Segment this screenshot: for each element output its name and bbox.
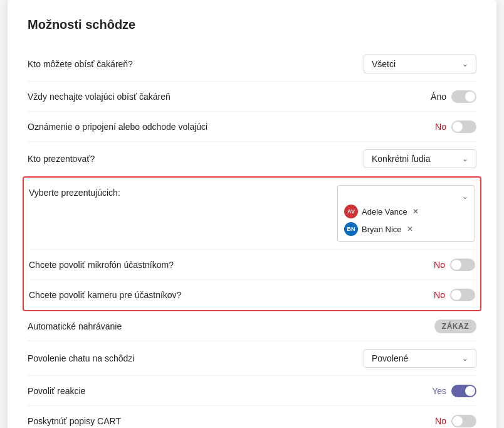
reactions-toggle-knob xyxy=(465,386,475,396)
announcement-control: No xyxy=(351,120,476,133)
chat-dropdown[interactable]: Povolené ⌄ xyxy=(364,349,476,368)
bypass-lobby-label: Kto môžete obísť čakáreň? xyxy=(28,59,351,69)
cart-label: Poskytnúť popisy CART xyxy=(28,416,351,426)
bypass-lobby-chevron-icon: ⌄ xyxy=(462,60,468,68)
auto-record-label: Automatické nahrávanie xyxy=(28,321,351,331)
chat-row: Povolenie chatu na schôdzi Povolené ⌄ xyxy=(28,341,476,376)
always-bypass-value: Áno xyxy=(431,92,446,102)
announcement-value: No xyxy=(435,122,446,132)
presenters-header: ⌄ xyxy=(344,191,468,201)
chat-value: Povolené xyxy=(372,353,408,363)
announcement-toggle-container: No xyxy=(435,120,476,133)
announcement-toggle-knob xyxy=(453,122,463,132)
allow-mic-control: No xyxy=(350,259,475,271)
allow-mic-toggle[interactable] xyxy=(450,259,475,271)
cart-value: No xyxy=(435,416,446,426)
presenter-tag-bryan: BN Bryan Nice ✕ xyxy=(344,222,468,236)
allow-mic-value: No xyxy=(434,260,445,270)
allow-camera-toggle-knob xyxy=(451,290,461,300)
presenters-label: Vyberte prezentujúcich: xyxy=(29,185,337,198)
presenters-chevron-icon: ⌄ xyxy=(462,192,468,201)
allow-camera-toggle[interactable] xyxy=(450,289,475,301)
bypass-lobby-value: Všetci xyxy=(372,59,396,69)
allow-camera-toggle-container: No xyxy=(434,289,475,301)
allow-camera-value: No xyxy=(434,290,445,300)
announcement-label: Oznámenie o pripojení alebo odchode vola… xyxy=(28,122,351,132)
who-present-dropdown[interactable]: Konkrétni ľudia ⌄ xyxy=(364,149,476,168)
allow-mic-toggle-knob xyxy=(451,260,461,270)
always-bypass-toggle-knob xyxy=(465,92,475,102)
adele-avatar: AV xyxy=(344,205,358,218)
cart-toggle[interactable] xyxy=(451,415,476,427)
bryan-remove-icon[interactable]: ✕ xyxy=(407,225,413,233)
who-present-value: Konkrétni ľudia xyxy=(372,154,431,164)
auto-record-badge: ZÁKAZ xyxy=(434,319,476,333)
chat-label: Povolenie chatu na schôdzi xyxy=(28,353,351,363)
chat-control: Povolené ⌄ xyxy=(351,349,476,368)
allow-mic-row: Chcete povoliť mikrofón účastníkom? No xyxy=(29,250,475,280)
reactions-toggle[interactable] xyxy=(451,385,476,397)
chat-chevron-icon: ⌄ xyxy=(462,354,468,363)
who-present-row: Kto prezentovať? Konkrétni ľudia ⌄ xyxy=(28,142,476,176)
allow-camera-control: No xyxy=(350,289,475,301)
always-bypass-toggle[interactable] xyxy=(451,90,476,103)
presenters-dropdown[interactable]: ⌄ AV Adele Vance ✕ BN Bryan Nice ✕ xyxy=(337,185,475,242)
who-present-label: Kto prezentovať? xyxy=(28,154,351,164)
reactions-control: Yes xyxy=(351,385,476,397)
presenter-tag-adele: AV Adele Vance ✕ xyxy=(344,205,468,218)
presenter-adele-name: Adele Vance xyxy=(362,207,407,217)
reactions-value: Yes xyxy=(432,386,446,396)
auto-record-row: Automatické nahrávanie ZÁKAZ xyxy=(28,311,476,341)
presenters-control: ⌄ AV Adele Vance ✕ BN Bryan Nice ✕ xyxy=(337,185,475,242)
modal-container: Možnosti schôdze Kto môžete obísť čakáre… xyxy=(8,0,496,428)
announcement-toggle[interactable] xyxy=(451,120,476,133)
reactions-row: Povoliť reakcie Yes xyxy=(28,376,476,406)
who-present-control: Konkrétni ľudia ⌄ xyxy=(351,149,476,168)
allow-camera-label: Chcete povoliť kameru pre účastníkov? xyxy=(29,290,350,300)
reactions-toggle-container: Yes xyxy=(432,385,476,397)
cart-toggle-container: No xyxy=(435,415,476,427)
bypass-lobby-row: Kto môžete obísť čakáreň? Všetci ⌄ xyxy=(28,47,476,82)
bryan-avatar: BN xyxy=(344,222,358,236)
announcement-row: Oznámenie o pripojení alebo odchode vola… xyxy=(28,112,476,142)
always-bypass-row: Vždy nechajte volajúci obísť čakáreň Áno xyxy=(28,82,476,112)
highlight-section: Vyberte prezentujúcich: ⌄ AV Adele Vance… xyxy=(23,176,481,311)
bypass-lobby-control: Všetci ⌄ xyxy=(351,55,476,73)
presenters-row: Vyberte prezentujúcich: ⌄ AV Adele Vance… xyxy=(29,178,475,250)
cart-toggle-knob xyxy=(453,416,463,426)
presenter-bryan-name: Bryan Nice xyxy=(362,225,402,234)
adele-remove-icon[interactable]: ✕ xyxy=(412,207,419,216)
always-bypass-label: Vždy nechajte volajúci obísť čakáreň xyxy=(28,92,351,102)
bypass-lobby-dropdown[interactable]: Všetci ⌄ xyxy=(364,55,476,73)
reactions-label: Povoliť reakcie xyxy=(28,386,351,396)
page-title: Možnosti schôdze xyxy=(28,18,476,32)
auto-record-control: ZÁKAZ xyxy=(351,319,476,333)
cart-row: Poskytnúť popisy CART No xyxy=(28,406,476,428)
who-present-chevron-icon: ⌄ xyxy=(462,154,468,163)
allow-camera-row: Chcete povoliť kameru pre účastníkov? No xyxy=(29,280,475,310)
allow-mic-label: Chcete povoliť mikrofón účastníkom? xyxy=(29,260,350,270)
cart-control: No xyxy=(351,415,476,427)
allow-mic-toggle-container: No xyxy=(434,259,475,271)
always-bypass-control: Áno xyxy=(351,90,476,103)
